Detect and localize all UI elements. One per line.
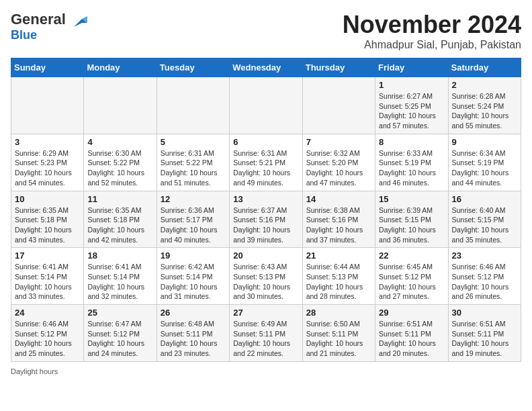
footer: Daylight hours	[11, 367, 521, 375]
title-block: November 2024 Ahmadpur Sial, Punjab, Pak…	[343, 11, 521, 51]
day-number: 19	[161, 250, 226, 261]
calendar-cell: 14Sunrise: 6:38 AM Sunset: 5:16 PM Dayli…	[302, 191, 375, 248]
location-subtitle: Ahmadpur Sial, Punjab, Pakistan	[343, 39, 521, 51]
day-number: 29	[379, 308, 444, 318]
calendar-cell: 13Sunrise: 6:37 AM Sunset: 5:16 PM Dayli…	[230, 191, 302, 248]
calendar-cell: 19Sunrise: 6:42 AM Sunset: 5:14 PM Dayli…	[157, 248, 229, 305]
calendar-week-row: 24Sunrise: 6:46 AM Sunset: 5:12 PM Dayli…	[11, 305, 521, 362]
day-number: 10	[15, 194, 80, 204]
day-number: 27	[233, 308, 298, 318]
day-info: Sunrise: 6:38 AM Sunset: 5:16 PM Dayligh…	[306, 205, 371, 245]
day-number: 13	[233, 194, 298, 204]
calendar-cell: 24Sunrise: 6:46 AM Sunset: 5:12 PM Dayli…	[11, 305, 84, 362]
day-number: 4	[87, 137, 152, 147]
day-info: Sunrise: 6:51 AM Sunset: 5:11 PM Dayligh…	[379, 319, 444, 359]
day-info: Sunrise: 6:46 AM Sunset: 5:12 PM Dayligh…	[452, 262, 517, 302]
calendar-cell: 3Sunrise: 6:29 AM Sunset: 5:23 PM Daylig…	[11, 134, 84, 191]
day-info: Sunrise: 6:30 AM Sunset: 5:22 PM Dayligh…	[87, 148, 152, 188]
day-number: 18	[87, 250, 152, 261]
calendar-header-row: SundayMondayTuesdayWednesdayThursdayFrid…	[11, 58, 521, 77]
day-info: Sunrise: 6:41 AM Sunset: 5:14 PM Dayligh…	[15, 262, 80, 302]
day-info: Sunrise: 6:47 AM Sunset: 5:12 PM Dayligh…	[87, 319, 152, 359]
day-info: Sunrise: 6:35 AM Sunset: 5:18 PM Dayligh…	[87, 205, 152, 245]
day-info: Sunrise: 6:27 AM Sunset: 5:25 PM Dayligh…	[379, 91, 444, 131]
calendar-cell: 28Sunrise: 6:50 AM Sunset: 5:11 PM Dayli…	[302, 305, 375, 362]
col-header-wednesday: Wednesday	[230, 58, 302, 77]
day-number: 30	[452, 308, 517, 318]
calendar-cell: 26Sunrise: 6:48 AM Sunset: 5:11 PM Dayli…	[157, 305, 229, 362]
day-number: 15	[379, 194, 444, 204]
day-number: 3	[15, 137, 80, 147]
day-info: Sunrise: 6:28 AM Sunset: 5:24 PM Dayligh…	[452, 91, 517, 131]
calendar-cell: 21Sunrise: 6:44 AM Sunset: 5:13 PM Dayli…	[302, 248, 375, 305]
col-header-sunday: Sunday	[11, 58, 84, 77]
day-number: 8	[379, 137, 444, 147]
calendar-cell: 25Sunrise: 6:47 AM Sunset: 5:12 PM Dayli…	[84, 305, 157, 362]
calendar-cell: 10Sunrise: 6:35 AM Sunset: 5:18 PM Dayli…	[11, 191, 84, 248]
day-number: 14	[306, 194, 371, 204]
day-info: Sunrise: 6:29 AM Sunset: 5:23 PM Dayligh…	[15, 148, 80, 188]
calendar-week-row: 1Sunrise: 6:27 AM Sunset: 5:25 PM Daylig…	[11, 77, 521, 134]
calendar-cell: 30Sunrise: 6:51 AM Sunset: 5:11 PM Dayli…	[448, 305, 521, 362]
day-info: Sunrise: 6:33 AM Sunset: 5:19 PM Dayligh…	[379, 148, 444, 188]
col-header-thursday: Thursday	[302, 58, 375, 77]
col-header-monday: Monday	[84, 58, 157, 77]
day-number: 2	[452, 80, 517, 90]
day-info: Sunrise: 6:39 AM Sunset: 5:15 PM Dayligh…	[379, 205, 444, 245]
day-number: 26	[161, 308, 226, 318]
day-number: 17	[15, 250, 80, 261]
logo-bird-icon	[69, 13, 89, 34]
day-number: 20	[233, 250, 298, 261]
day-number: 11	[87, 194, 152, 204]
day-number: 9	[452, 137, 517, 147]
day-number: 23	[452, 250, 517, 261]
calendar-cell	[230, 77, 302, 134]
calendar-cell: 22Sunrise: 6:45 AM Sunset: 5:12 PM Dayli…	[375, 248, 448, 305]
calendar-cell: 17Sunrise: 6:41 AM Sunset: 5:14 PM Dayli…	[11, 248, 84, 305]
col-header-friday: Friday	[375, 58, 448, 77]
col-header-saturday: Saturday	[448, 58, 521, 77]
calendar-cell: 29Sunrise: 6:51 AM Sunset: 5:11 PM Dayli…	[375, 305, 448, 362]
daylight-label: Daylight hours	[11, 367, 58, 375]
calendar-cell: 20Sunrise: 6:43 AM Sunset: 5:13 PM Dayli…	[230, 248, 302, 305]
day-number: 25	[87, 308, 152, 318]
day-number: 12	[161, 194, 226, 204]
calendar-cell	[84, 77, 157, 134]
day-number: 22	[379, 250, 444, 261]
calendar-cell: 12Sunrise: 6:36 AM Sunset: 5:17 PM Dayli…	[157, 191, 229, 248]
calendar-week-row: 3Sunrise: 6:29 AM Sunset: 5:23 PM Daylig…	[11, 134, 521, 191]
calendar-cell: 18Sunrise: 6:41 AM Sunset: 5:14 PM Dayli…	[84, 248, 157, 305]
day-info: Sunrise: 6:40 AM Sunset: 5:15 PM Dayligh…	[452, 205, 517, 245]
calendar-cell: 1Sunrise: 6:27 AM Sunset: 5:25 PM Daylig…	[375, 77, 448, 134]
day-number: 24	[15, 308, 80, 318]
day-info: Sunrise: 6:43 AM Sunset: 5:13 PM Dayligh…	[233, 262, 298, 302]
day-info: Sunrise: 6:49 AM Sunset: 5:11 PM Dayligh…	[233, 319, 298, 359]
day-info: Sunrise: 6:42 AM Sunset: 5:14 PM Dayligh…	[161, 262, 226, 302]
day-number: 16	[452, 194, 517, 204]
calendar-week-row: 10Sunrise: 6:35 AM Sunset: 5:18 PM Dayli…	[11, 191, 521, 248]
calendar-cell: 2Sunrise: 6:28 AM Sunset: 5:24 PM Daylig…	[448, 77, 521, 134]
day-info: Sunrise: 6:32 AM Sunset: 5:20 PM Dayligh…	[306, 148, 371, 188]
day-number: 28	[306, 308, 371, 318]
day-info: Sunrise: 6:45 AM Sunset: 5:12 PM Dayligh…	[379, 262, 444, 302]
calendar-cell: 27Sunrise: 6:49 AM Sunset: 5:11 PM Dayli…	[230, 305, 302, 362]
calendar-cell	[11, 77, 84, 134]
day-info: Sunrise: 6:34 AM Sunset: 5:19 PM Dayligh…	[452, 148, 517, 188]
day-info: Sunrise: 6:44 AM Sunset: 5:13 PM Dayligh…	[306, 262, 371, 302]
day-info: Sunrise: 6:35 AM Sunset: 5:18 PM Dayligh…	[15, 205, 80, 245]
day-number: 21	[306, 250, 371, 261]
page-header: General Blue November 2024 Ahmadpur Sial…	[11, 11, 521, 51]
day-info: Sunrise: 6:46 AM Sunset: 5:12 PM Dayligh…	[15, 319, 80, 359]
calendar-cell: 16Sunrise: 6:40 AM Sunset: 5:15 PM Dayli…	[448, 191, 521, 248]
day-number: 5	[161, 137, 226, 147]
logo: General Blue	[11, 11, 89, 42]
day-info: Sunrise: 6:51 AM Sunset: 5:11 PM Dayligh…	[452, 319, 517, 359]
day-number: 7	[306, 137, 371, 147]
day-info: Sunrise: 6:41 AM Sunset: 5:14 PM Dayligh…	[87, 262, 152, 302]
calendar-cell	[302, 77, 375, 134]
month-title: November 2024	[343, 11, 521, 39]
calendar-cell: 7Sunrise: 6:32 AM Sunset: 5:20 PM Daylig…	[302, 134, 375, 191]
day-info: Sunrise: 6:37 AM Sunset: 5:16 PM Dayligh…	[233, 205, 298, 245]
day-info: Sunrise: 6:48 AM Sunset: 5:11 PM Dayligh…	[161, 319, 226, 359]
calendar-cell: 6Sunrise: 6:31 AM Sunset: 5:21 PM Daylig…	[230, 134, 302, 191]
